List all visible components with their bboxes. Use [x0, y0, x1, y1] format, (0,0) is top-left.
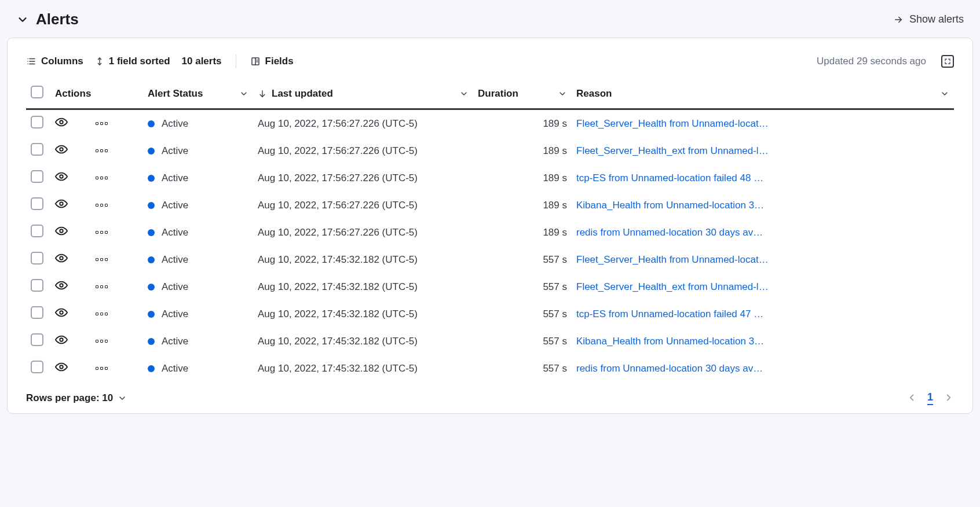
- reason-link[interactable]: Kibana_Health from Unnamed-location 3…: [576, 200, 949, 211]
- svg-point-20: [60, 311, 63, 314]
- duration-cell: 189 s: [473, 192, 572, 219]
- status-text: Active: [162, 254, 188, 266]
- view-details-icon[interactable]: [55, 252, 68, 264]
- divider: [236, 54, 236, 68]
- view-details-icon[interactable]: [55, 225, 68, 237]
- svg-point-16: [60, 202, 63, 205]
- pagination-page-current[interactable]: 1: [927, 391, 933, 405]
- more-actions-icon[interactable]: [96, 177, 138, 179]
- view-details-icon[interactable]: [55, 116, 68, 128]
- row-checkbox[interactable]: [31, 333, 43, 346]
- row-checkbox[interactable]: [31, 143, 43, 156]
- column-reason[interactable]: Reason: [572, 80, 954, 109]
- duration-cell: 557 s: [473, 273, 572, 300]
- status-text: Active: [162, 145, 188, 157]
- column-last-updated[interactable]: Last updated: [253, 80, 473, 109]
- duration-cell: 557 s: [473, 300, 572, 328]
- row-checkbox[interactable]: [31, 252, 43, 264]
- reason-link[interactable]: tcp-ES from Unnamed-location failed 48 …: [576, 172, 949, 184]
- reason-link[interactable]: redis from Unnamed-location 30 days av…: [576, 363, 949, 374]
- status-dot-icon: [148, 202, 155, 209]
- chevron-down-icon[interactable]: [16, 13, 29, 26]
- row-checkbox[interactable]: [31, 306, 43, 319]
- status-cell: Active: [148, 145, 248, 157]
- duration-cell: 189 s: [473, 219, 572, 246]
- view-details-icon[interactable]: [55, 361, 68, 373]
- row-checkbox[interactable]: [31, 197, 43, 210]
- svg-point-15: [60, 175, 63, 178]
- select-all-checkbox[interactable]: [31, 86, 43, 98]
- view-details-icon[interactable]: [55, 279, 68, 292]
- fields-button[interactable]: Fields: [250, 56, 294, 67]
- show-alerts-button[interactable]: Show alerts: [893, 13, 964, 25]
- pagination-next[interactable]: [944, 392, 954, 405]
- arrow-down-icon: [258, 89, 267, 98]
- table-row: ActiveAug 10, 2022, 17:56:27.226 (UTC-5)…: [26, 137, 954, 164]
- more-actions-icon[interactable]: [96, 204, 138, 207]
- status-dot-icon: [148, 338, 155, 345]
- row-checkbox[interactable]: [31, 279, 43, 292]
- svg-point-17: [60, 229, 63, 233]
- duration-cell: 557 s: [473, 355, 572, 382]
- rows-per-page-selector[interactable]: Rows per page: 10: [26, 392, 127, 404]
- status-text: Active: [162, 308, 188, 320]
- reason-link[interactable]: tcp-ES from Unnamed-location failed 47 …: [576, 308, 949, 320]
- status-text: Active: [162, 281, 188, 293]
- sort-icon: [95, 57, 104, 66]
- reason-link[interactable]: Kibana_Health from Unnamed-location 3…: [576, 336, 949, 347]
- status-dot-icon: [148, 365, 155, 372]
- row-checkbox[interactable]: [31, 116, 43, 128]
- reason-link[interactable]: Fleet_Server_Health_ext from Unnamed-l…: [576, 145, 949, 157]
- status-cell: Active: [148, 200, 248, 211]
- row-checkbox[interactable]: [31, 225, 43, 237]
- more-actions-icon[interactable]: [96, 231, 138, 234]
- last-updated-cell: Aug 10, 2022, 17:45:32.182 (UTC-5): [253, 273, 473, 300]
- show-alerts-label: Show alerts: [909, 13, 964, 25]
- column-duration[interactable]: Duration: [473, 80, 572, 109]
- rows-per-page-label: Rows per page: 10: [26, 392, 113, 404]
- pagination-prev[interactable]: [906, 392, 917, 405]
- duration-cell: 189 s: [473, 137, 572, 164]
- fullscreen-button[interactable]: [941, 55, 954, 68]
- view-details-icon[interactable]: [55, 197, 68, 210]
- view-details-icon[interactable]: [55, 333, 68, 346]
- column-alert-status[interactable]: Alert Status: [143, 80, 253, 109]
- table-row: ActiveAug 10, 2022, 17:56:27.226 (UTC-5)…: [26, 109, 954, 138]
- columns-icon: [26, 56, 36, 67]
- fields-label: Fields: [265, 56, 294, 67]
- more-actions-icon[interactable]: [96, 122, 138, 125]
- reason-link[interactable]: redis from Unnamed-location 30 days av…: [576, 227, 949, 238]
- reason-link[interactable]: Fleet_Server_Health from Unnamed-locat…: [576, 254, 949, 266]
- alert-count: 10 alerts: [182, 56, 222, 67]
- row-checkbox[interactable]: [31, 170, 43, 183]
- columns-button[interactable]: Columns: [26, 56, 83, 67]
- more-actions-icon[interactable]: [96, 285, 138, 288]
- more-actions-icon[interactable]: [96, 258, 138, 261]
- status-text: Active: [162, 118, 188, 130]
- chevron-down-icon: [239, 89, 248, 98]
- more-actions-icon[interactable]: [96, 367, 138, 370]
- reason-link[interactable]: Fleet_Server_Health from Unnamed-locat…: [576, 118, 949, 130]
- table-row: ActiveAug 10, 2022, 17:45:32.182 (UTC-5)…: [26, 246, 954, 273]
- status-dot-icon: [148, 148, 155, 155]
- last-updated-cell: Aug 10, 2022, 17:56:27.226 (UTC-5): [253, 109, 473, 138]
- reason-link[interactable]: Fleet_Server_Health_ext from Unnamed-l…: [576, 281, 949, 293]
- alerts-table: Actions Alert Status: [26, 80, 954, 382]
- table-row: ActiveAug 10, 2022, 17:56:27.226 (UTC-5)…: [26, 219, 954, 246]
- view-details-icon[interactable]: [55, 170, 68, 183]
- table-row: ActiveAug 10, 2022, 17:56:27.226 (UTC-5)…: [26, 192, 954, 219]
- view-details-icon[interactable]: [55, 143, 68, 156]
- more-actions-icon[interactable]: [96, 340, 138, 343]
- view-details-icon[interactable]: [55, 306, 68, 319]
- status-dot-icon: [148, 284, 155, 291]
- more-actions-icon[interactable]: [96, 313, 138, 315]
- duration-cell: 189 s: [473, 164, 572, 192]
- table-row: ActiveAug 10, 2022, 17:45:32.182 (UTC-5)…: [26, 355, 954, 382]
- svg-point-18: [60, 256, 63, 260]
- row-checkbox[interactable]: [31, 361, 43, 373]
- sort-button[interactable]: 1 field sorted: [95, 56, 170, 67]
- status-text: Active: [162, 363, 188, 374]
- more-actions-icon[interactable]: [96, 149, 138, 152]
- last-updated-cell: Aug 10, 2022, 17:56:27.226 (UTC-5): [253, 219, 473, 246]
- svg-point-22: [60, 365, 63, 369]
